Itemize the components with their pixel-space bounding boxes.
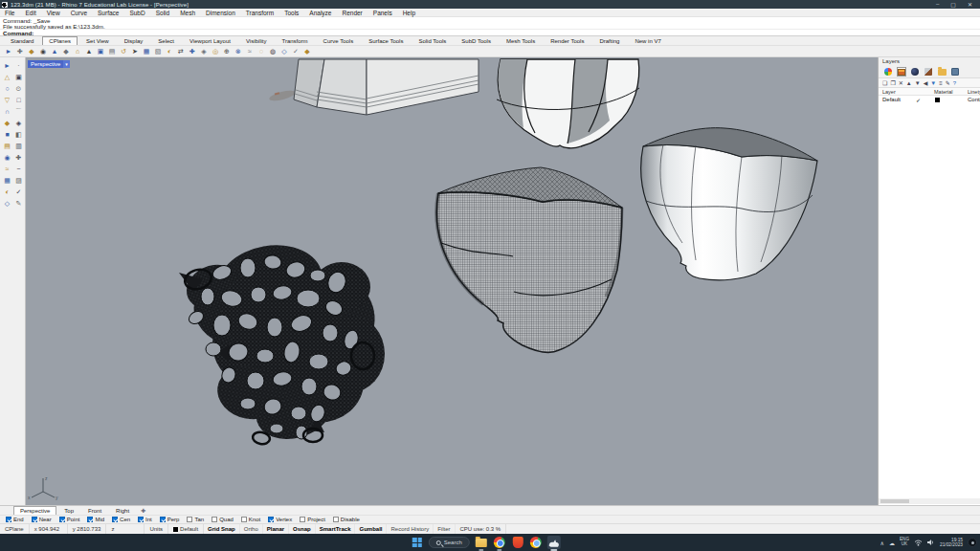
wifi-icon[interactable]: [914, 539, 923, 546]
toolbar-icon[interactable]: ⇄: [176, 47, 186, 56]
tool-icon[interactable]: ▽: [2, 95, 12, 105]
file-explorer-button[interactable]: [475, 536, 488, 549]
toolbar-icon[interactable]: ◎: [211, 47, 220, 56]
viewport-tab[interactable]: Top: [57, 506, 80, 516]
menu-item[interactable]: Tools: [284, 10, 299, 16]
close-button[interactable]: ✕: [968, 1, 972, 8]
layers-toolbar-icon[interactable]: ❐: [890, 79, 895, 86]
osnap-toggle[interactable]: Cen: [112, 517, 130, 522]
minimize-button[interactable]: –: [936, 1, 939, 8]
onedrive-cloud-icon[interactable]: ☁: [889, 540, 895, 546]
toolbar-icon[interactable]: ◇: [279, 47, 289, 56]
toolbar-icon[interactable]: ⊗: [234, 47, 243, 56]
toolbar-icon[interactable]: ◆: [302, 47, 312, 56]
start-button[interactable]: [411, 536, 424, 549]
tool-icon[interactable]: ►: [2, 60, 12, 71]
osnap-toggle[interactable]: Tan: [187, 517, 204, 522]
osnap-checkbox[interactable]: [241, 517, 247, 522]
tool-icon[interactable]: △: [2, 72, 12, 82]
toolbar-tab[interactable]: Standard: [4, 36, 40, 45]
toolbar-icon[interactable]: ◈: [199, 47, 209, 56]
toolbar-icon[interactable]: ✚: [15, 47, 25, 56]
osnap-toggle[interactable]: Near: [32, 517, 52, 522]
menu-item[interactable]: File: [5, 10, 14, 16]
toolbar-tab[interactable]: Solid Tools: [412, 36, 453, 45]
model-voronoi[interactable]: [179, 237, 386, 447]
tool-icon[interactable]: ▥: [13, 141, 24, 151]
tool-icon[interactable]: ◉: [2, 152, 12, 163]
language-indicator[interactable]: ENG UK: [900, 538, 909, 547]
tool-icon[interactable]: ⊙: [13, 83, 24, 94]
toolbar-tab[interactable]: Drafting: [592, 36, 626, 45]
toolbar-icon[interactable]: ↺: [119, 47, 128, 56]
menu-item[interactable]: View: [47, 10, 60, 16]
units-field[interactable]: Units: [145, 524, 168, 534]
toolbar-tab[interactable]: New in V7: [628, 36, 667, 45]
status-toggle[interactable]: Planar: [263, 524, 289, 534]
browser-button[interactable]: [529, 536, 543, 549]
tool-icon[interactable]: ▣: [13, 72, 24, 82]
toolbar-icon[interactable]: ≈: [245, 47, 255, 56]
tool-icon[interactable]: ∩: [2, 106, 12, 117]
tool-icon[interactable]: ○: [2, 83, 12, 94]
layers-toolbar-icon[interactable]: ▲: [906, 80, 912, 86]
tool-icon[interactable]: ◐: [2, 187, 12, 197]
clock[interactable]: 19:15 21/02/2023: [940, 538, 963, 547]
layers-toolbar-icon[interactable]: ?: [953, 80, 956, 86]
menu-item[interactable]: Render: [342, 10, 362, 16]
maximize-button[interactable]: ▢: [950, 1, 956, 8]
toolbar-tab[interactable]: Mesh Tools: [500, 36, 542, 45]
notification-icon[interactable]: [968, 538, 977, 547]
status-toggle[interactable]: Record History: [387, 524, 434, 534]
osnap-toggle[interactable]: Project: [300, 517, 325, 522]
layer-name[interactable]: Default: [882, 97, 901, 102]
layer-row-default[interactable]: Default ✓ Continuous: [879, 96, 980, 104]
toolbar-icon[interactable]: ▦: [142, 47, 151, 56]
status-toggle[interactable]: SmartTrack: [316, 524, 356, 534]
volume-icon[interactable]: [927, 539, 935, 546]
tool-icon[interactable]: ▨: [13, 175, 24, 186]
menu-item[interactable]: Mesh: [180, 10, 195, 16]
tool-icon[interactable]: ◇: [2, 198, 12, 209]
model-vase-clipped[interactable]: [497, 59, 639, 148]
toolbar-tab[interactable]: Select: [151, 36, 181, 45]
status-toggle[interactable]: Grid Snap: [204, 524, 240, 534]
command-input[interactable]: [33, 30, 980, 35]
viewport-tab[interactable]: Front: [81, 506, 108, 516]
toolbar-tab[interactable]: CPlanes: [42, 36, 78, 45]
menu-item[interactable]: Edit: [25, 10, 35, 16]
toolbar-icon[interactable]: ◌: [256, 47, 266, 56]
tool-icon[interactable]: ≈: [2, 164, 12, 174]
menu-item[interactable]: Dimension: [206, 10, 235, 16]
osnap-checkbox[interactable]: [87, 517, 93, 522]
help-tab[interactable]: [950, 67, 960, 77]
osnap-toggle[interactable]: Point: [59, 517, 80, 522]
status-toggle[interactable]: Ortho: [240, 524, 263, 534]
toolbar-icon[interactable]: ◉: [38, 47, 48, 56]
toolbar-icon[interactable]: ◆: [27, 47, 36, 56]
tool-icon[interactable]: ▦: [2, 175, 12, 186]
menu-item[interactable]: Panels: [373, 10, 392, 16]
toolbar-tab[interactable]: Display: [118, 36, 150, 45]
layers-toolbar-icon[interactable]: ❏: [882, 79, 887, 86]
toolbar-icon[interactable]: ▲: [50, 47, 59, 56]
tool-icon[interactable]: ⌒: [13, 106, 24, 117]
toolbar-tab[interactable]: Render Tools: [544, 36, 590, 45]
osnap-checkbox[interactable]: [59, 517, 65, 522]
menu-item[interactable]: SubD: [129, 10, 145, 16]
toolbar-icon[interactable]: ⌂: [73, 47, 82, 56]
toolbar-tab[interactable]: SubD Tools: [455, 36, 498, 45]
model-vase-shaded[interactable]: [641, 128, 817, 280]
osnap-toggle[interactable]: Perp: [160, 517, 180, 522]
model-box[interactable]: [268, 59, 479, 115]
toolbar-tab[interactable]: Visibility: [239, 36, 274, 45]
menu-item[interactable]: Curve: [71, 10, 87, 16]
viewport-tab[interactable]: Perspective: [13, 506, 56, 516]
viewport-title[interactable]: Perspective ▾: [28, 60, 70, 68]
menu-item[interactable]: Transform: [246, 10, 274, 16]
model-vase-mesh[interactable]: [436, 167, 622, 352]
menu-item[interactable]: Solid: [156, 10, 169, 16]
viewport-canvas[interactable]: z x y: [26, 57, 878, 505]
toolbar-tab[interactable]: Surface Tools: [362, 36, 410, 45]
chrome-button[interactable]: [493, 536, 506, 549]
